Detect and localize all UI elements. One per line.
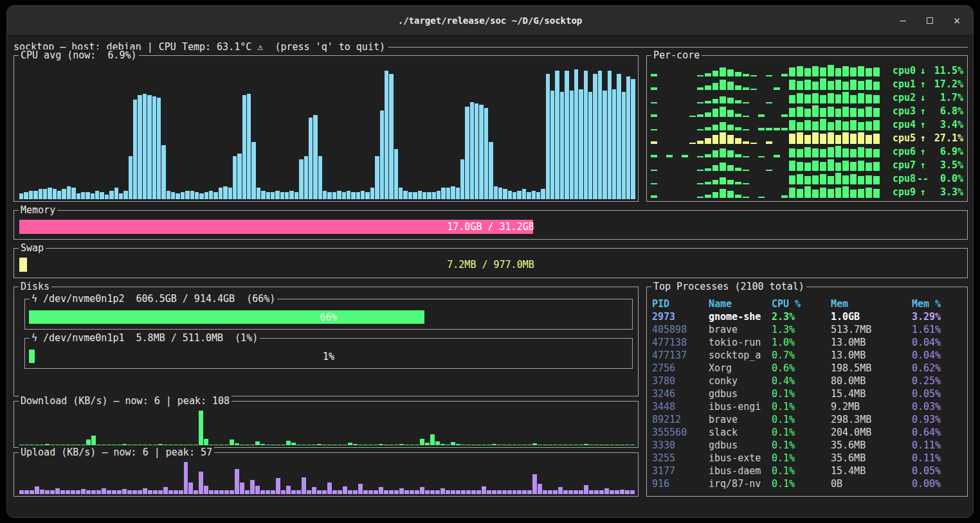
maximize-button[interactable] xyxy=(924,15,936,26)
cell-pid: 2756 xyxy=(652,362,709,374)
cell-pcpu: 0.1% xyxy=(772,388,831,400)
memory-panel: Memory 17.0GB / 31.2GB 17.0GB / 31.2GB xyxy=(14,210,968,240)
core-label: cpu5↑27.1% xyxy=(880,132,963,144)
process-row[interactable]: 477137socktop_a0.7%13.0MB0.04% xyxy=(652,349,963,362)
disk-gauge-label: 66% xyxy=(29,310,628,324)
core-label: cpu4↑3.4% xyxy=(880,119,963,130)
process-row[interactable]: 355560slack0.1%204.0MB0.64% xyxy=(652,426,963,439)
core-row: cpu5↑27.1% xyxy=(651,132,963,145)
cell-pmem: 35.6MB xyxy=(831,452,912,464)
process-row[interactable]: 477138tokio-run1.0%13.0MB0.04% xyxy=(652,336,963,349)
cell-pname: tokio-run xyxy=(709,337,772,348)
maximize-icon xyxy=(927,17,933,24)
cell-pmem: 80.0MB xyxy=(831,375,912,387)
cell-pmem: 298.3MB xyxy=(831,414,912,425)
process-row[interactable]: 916irq/87-nv0.1%0B0.00% xyxy=(652,477,963,490)
cell-pcpu: 0.1% xyxy=(772,452,831,464)
core-trend-icon: ↑ xyxy=(916,105,930,117)
core-trend-icon: ↑ xyxy=(916,132,930,144)
titlebar[interactable]: ./target/release/soc ~/D/G/socktop – × xyxy=(7,6,973,35)
cpu-avg-panel: CPU avg (now: 6.9%) xyxy=(14,55,639,202)
process-row[interactable]: 2756Xorg0.6%198.5MB0.62% xyxy=(652,362,963,375)
download-title: Download (KB/s) — now: 6 | peak: 108 xyxy=(19,395,231,407)
cell-pmem: 13.0MB xyxy=(831,350,912,361)
disks-title: Disks xyxy=(19,281,51,293)
process-row[interactable]: 3177ibus-daem0.1%15.4MB0.05% xyxy=(652,465,963,477)
core-row: cpu6↑6.9% xyxy=(651,145,963,158)
cell-pmem: 13.0MB xyxy=(831,337,912,348)
cell-pmem: 513.7MB xyxy=(831,324,912,335)
disks-panel: Disks ϟ /dev/nvme0n1p2 606.5GB / 914.4GB… xyxy=(14,287,639,396)
cell-pid: 89212 xyxy=(652,414,709,425)
cell-pid: 3780 xyxy=(652,375,709,387)
core-row: cpu9↑3.3% xyxy=(651,186,963,199)
core-sparkline xyxy=(651,78,880,90)
status-rule xyxy=(388,47,968,48)
cell-pid: 355560 xyxy=(652,427,709,438)
cell-pname: gdbus xyxy=(709,388,772,400)
cell-pid: 477137 xyxy=(652,350,709,361)
core-label: cpu1↑17.2% xyxy=(880,78,963,90)
process-row[interactable]: 3255ibus-exte0.1%35.6MB0.11% xyxy=(652,452,963,465)
core-sparkline xyxy=(651,186,880,198)
process-row[interactable]: 3780conky0.4%80.0MB0.25% xyxy=(652,375,963,387)
cell-pname: brave xyxy=(709,324,772,335)
core-trend-icon: ↑ xyxy=(916,78,930,90)
core-row: cpu2↓1.7% xyxy=(651,91,963,104)
core-sparkline xyxy=(651,119,880,130)
core-sparkline xyxy=(651,159,880,171)
core-label: cpu6↑6.9% xyxy=(880,146,963,157)
core-trend-icon: ↑ xyxy=(916,119,930,130)
memory-title: Memory xyxy=(19,204,57,217)
cell-pid: 477138 xyxy=(652,337,709,348)
cell-pmemp: 0.25% xyxy=(912,375,963,387)
cell-pid: 916 xyxy=(652,478,709,490)
cell-pmemp: 0.04% xyxy=(912,350,963,361)
close-button[interactable]: × xyxy=(951,15,963,26)
percore-title: Per-core xyxy=(651,49,702,62)
cell-pname: gnome-she xyxy=(709,311,772,323)
process-row[interactable]: 3246gdbus0.1%15.4MB0.05% xyxy=(652,387,963,400)
process-row[interactable]: 3448ibus-engi0.1%9.2MB0.03% xyxy=(652,400,963,413)
core-trend-icon: ↑ xyxy=(916,186,930,198)
process-table-header: PID Name CPU % Mem Mem % xyxy=(652,297,963,310)
core-row: cpu7↑3.5% xyxy=(651,159,963,172)
cell-pid: 3255 xyxy=(652,452,709,464)
core-label: cpu9↑3.3% xyxy=(880,186,963,198)
cell-pid: 3177 xyxy=(652,465,709,477)
process-row[interactable]: 405898brave1.3%513.7MB1.61% xyxy=(652,323,963,336)
status-line: socktop — host: debian | CPU Temp: 63.1°… xyxy=(14,41,968,53)
process-row[interactable]: 2973gnome-she2.3%1.0GB3.29% xyxy=(652,310,963,323)
cell-pmemp: 0.62% xyxy=(912,362,963,374)
window-title: ./target/release/soc ~/D/G/socktop xyxy=(7,6,973,35)
cell-pmem: 15.4MB xyxy=(831,465,912,477)
disk-gauge-box: ϟ /dev/nvme0n1p2 606.5GB / 914.4GB (66%)… xyxy=(24,299,633,330)
cell-pmemp: 0.05% xyxy=(912,465,963,477)
disk-gauge-label: 1% xyxy=(29,350,628,363)
core-label: cpu3↑6.8% xyxy=(880,105,963,117)
minimize-button[interactable]: – xyxy=(897,15,909,26)
cell-pcpu: 0.1% xyxy=(772,465,831,477)
process-row[interactable]: 89212brave0.1%298.3MB0.93% xyxy=(652,413,963,426)
disk-gauge: 66% xyxy=(29,310,628,324)
cell-pmemp: 0.11% xyxy=(912,452,963,464)
core-label: cpu7↑3.5% xyxy=(880,159,963,171)
cell-pname: Xorg xyxy=(709,362,772,374)
cpu-history-chart xyxy=(19,64,635,199)
cell-pname: brave xyxy=(709,414,772,425)
cell-pcpu: 0.1% xyxy=(772,414,831,425)
core-trend-icon: ↓ xyxy=(916,65,930,76)
cell-pmem: 15.4MB xyxy=(831,388,912,400)
process-row[interactable]: 3330gdbus0.1%35.6MB0.11% xyxy=(652,439,963,452)
cell-pid: 405898 xyxy=(652,324,709,335)
download-chart xyxy=(19,411,635,445)
upload-panel: Upload (KB/s) — now: 6 | peak: 57 xyxy=(14,452,639,497)
cell-pname: slack xyxy=(709,427,772,438)
cell-pname: ibus-daem xyxy=(709,465,772,477)
cell-pmemp: 1.61% xyxy=(912,324,963,335)
disk-list: ϟ /dev/nvme0n1p2 606.5GB / 914.4GB (66%)… xyxy=(24,299,633,377)
memory-gauge: 17.0GB / 31.2GB 17.0GB / 31.2GB xyxy=(19,220,962,234)
cell-pmemp: 0.93% xyxy=(912,414,963,425)
cell-pmem: 198.5MB xyxy=(831,362,912,374)
percore-rows: cpu0↓11.5%cpu1↑17.2%cpu2↓1.7%cpu3↑6.8%cp… xyxy=(651,64,963,199)
